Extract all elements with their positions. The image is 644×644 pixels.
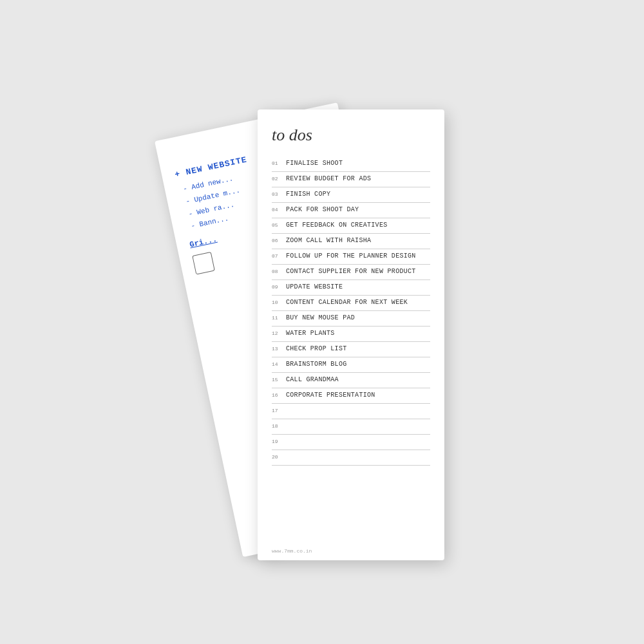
todo-number: 02 [272,176,283,182]
todo-number: 09 [272,284,283,290]
todo-item: 14Brainstorm blog [272,357,430,373]
todo-text: Get feedback on creatives [286,221,388,230]
todo-number: 03 [272,191,283,197]
todo-text: Brainstorm blog [286,360,347,369]
website-footer: www.7mm.co.in [272,548,312,554]
todo-item: 04Pack for shoot day [272,203,430,218]
todo-item: 08Contact supplier for new product [272,265,430,280]
todo-number: 14 [272,361,283,367]
todo-number: 15 [272,377,283,383]
todo-number: 18 [272,423,283,429]
todo-item: 20 [272,450,430,466]
todo-item: 15Call grandmaa [272,373,430,388]
todo-text: Buy new mouse pad [286,314,355,323]
todo-number: 06 [272,238,283,243]
todo-text: Contact supplier for new product [286,267,416,276]
todo-item: 10Content calendar for next week [272,296,430,311]
todo-number: 12 [272,330,283,336]
todo-number: 17 [272,408,283,413]
todo-text: Zoom call with Raisha [286,236,371,245]
todo-number: 04 [272,207,283,213]
todo-text: Check prop list [286,345,347,354]
todo-text [286,453,290,462]
todo-number: 16 [272,392,283,398]
todo-number: 11 [272,315,283,321]
todo-item: 03Finish copy [272,187,430,203]
todo-text: Follow up for the planner design [286,252,416,261]
todo-text: Pack for shoot day [286,205,359,214]
todo-number: 20 [272,454,283,460]
notepad-scene: + NEW WEBSITE - Add new... - Update m...… [219,97,425,547]
todo-item: 16Corporate presentation [272,388,430,404]
todo-item: 11Buy new mouse pad [272,311,430,327]
todo-text: Water plants [286,329,335,338]
todo-item: 13Check prop list [272,342,430,357]
todo-number: 10 [272,299,283,305]
todo-item: 05Get feedback on creatives [272,218,430,234]
todo-number: 13 [272,346,283,352]
todo-text: Finalise shoot [286,159,343,168]
todo-text: Review budget for ads [286,175,371,184]
todo-text: Corporate presentation [286,391,375,400]
todo-number: 19 [272,439,283,444]
todo-item: 17 [272,404,430,419]
todo-list: 01Finalise shoot02Review budget for ads0… [272,156,430,466]
todo-number: 08 [272,269,283,274]
todo-text [286,422,290,431]
notepad-front: to dos 01Finalise shoot02Review budget f… [258,109,444,560]
todo-text: Content calendar for next week [286,298,408,307]
todo-item: 18 [272,419,430,435]
todo-number: 07 [272,253,283,259]
todo-text [286,406,290,415]
todo-text: Call grandmaa [286,375,339,384]
todo-number: 05 [272,222,283,228]
todo-text [286,437,290,446]
todo-item: 07Follow up for the planner design [272,249,430,265]
todo-text: Finish copy [286,190,330,199]
todo-item: 12Water plants [272,327,430,342]
todo-item: 06Zoom call with Raisha [272,234,430,249]
todo-number: 01 [272,160,283,166]
todo-text: Update website [286,283,343,292]
todo-item: 01Finalise shoot [272,156,430,172]
notepad-title: to dos [272,126,430,145]
todo-item: 19 [272,435,430,450]
todo-item: 02Review budget for ads [272,172,430,187]
todo-item: 09Update website [272,280,430,296]
